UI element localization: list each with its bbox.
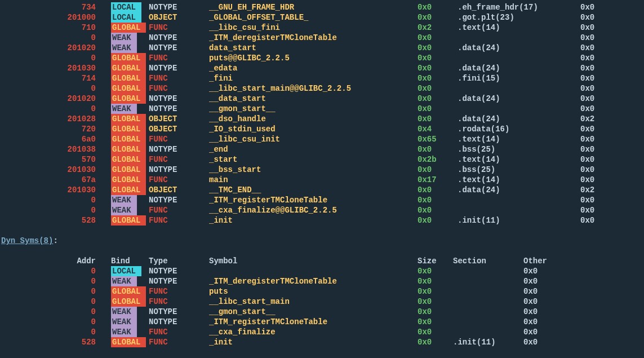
- section-cell: .bss(25): [458, 165, 580, 175]
- other-cell: 0x0: [580, 43, 637, 53]
- type-cell: NOTYPE: [149, 104, 209, 114]
- other-cell: 0x0: [580, 12, 637, 23]
- symbol-cell: _init: [209, 337, 418, 347]
- symbol-cell: __gmon_start__: [209, 307, 418, 317]
- size-cell: 0x0: [418, 114, 458, 124]
- size-cell: 0x2: [418, 23, 458, 33]
- size-cell: 0x0: [418, 104, 458, 114]
- size-cell: 0x0: [418, 144, 458, 154]
- size-cell: 0x0: [418, 43, 458, 53]
- addr-cell: 201020: [0, 94, 111, 104]
- bind-cell: GLOBAL: [111, 63, 149, 73]
- addr-cell: 201038: [0, 144, 111, 154]
- section-cell: .data(24): [458, 185, 580, 195]
- bind-cell: GLOBAL: [111, 83, 149, 94]
- bind-cell: GLOBAL: [111, 185, 149, 195]
- size-cell: 0x0: [418, 327, 453, 337]
- size-cell: 0x0: [418, 195, 458, 205]
- bind-cell: WEAK: [111, 33, 149, 43]
- addr-cell: 0: [0, 205, 111, 215]
- bind-cell: GLOBAL: [111, 114, 149, 124]
- bind-cell: GLOBAL: [111, 154, 149, 165]
- bind-cell: WEAK: [111, 327, 149, 337]
- type-cell: NOTYPE: [149, 33, 209, 43]
- size-cell: 0x4: [418, 124, 458, 134]
- table-row: 0WEAKFUNC__cxa_finalize@@GLIBC_2.2.50x00…: [0, 205, 644, 215]
- type-cell: NOTYPE: [149, 276, 209, 286]
- addr-cell: 0: [0, 83, 111, 94]
- type-cell: NOTYPE: [149, 307, 209, 317]
- size-cell: 0x0: [418, 185, 458, 195]
- addr-cell: 0: [0, 33, 111, 43]
- addr-cell: 201028: [0, 114, 111, 124]
- table-row: 0LOCALNOTYPE0x00x0: [0, 266, 644, 276]
- addr-cell: 0: [0, 266, 111, 276]
- symbol-cell: __cxa_finalize: [209, 327, 418, 337]
- symbol-cell: data_start: [209, 43, 418, 53]
- type-cell: NOTYPE: [149, 266, 209, 276]
- table-row: 201030GLOBALNOTYPE__bss_start0x0.bss(25)…: [0, 165, 644, 175]
- other-cell: 0x0: [580, 33, 637, 43]
- section-cell: .bss(25): [458, 144, 580, 154]
- other-cell: 0x0: [580, 94, 637, 104]
- table-row: 0WEAKNOTYPE_ITM_deregisterTMCloneTable0x…: [0, 276, 644, 286]
- addr-cell: 0: [0, 286, 111, 297]
- bind-cell: GLOBAL: [111, 94, 149, 104]
- table-header: AddrBindTypeSymbolSizeSectionOther: [0, 256, 644, 266]
- addr-cell: 734: [0, 2, 111, 12]
- table-row: 0GLOBALFUNC__libc_start_main0x00x0: [0, 297, 644, 307]
- type-cell: OBJECT: [149, 124, 209, 134]
- header-type: Type: [149, 256, 209, 266]
- type-cell: OBJECT: [149, 185, 209, 195]
- addr-cell: 714: [0, 73, 111, 83]
- symbol-cell: _fini: [209, 73, 418, 83]
- symbol-cell: main: [209, 175, 418, 185]
- size-cell: 0x0: [418, 205, 458, 215]
- addr-cell: 0: [0, 307, 111, 317]
- size-cell: 0x0: [418, 83, 458, 94]
- table-row: 201020WEAKNOTYPEdata_start0x0.data(24)0x…: [0, 43, 644, 53]
- symbol-cell: __cxa_finalize@@GLIBC_2.2.5: [209, 205, 418, 215]
- other-cell: 0x0: [580, 195, 637, 205]
- other-cell: 0x0: [523, 317, 580, 327]
- table-row: 201020GLOBALNOTYPE__data_start0x0.data(2…: [0, 94, 644, 104]
- other-cell: 0x0: [580, 23, 637, 33]
- addr-cell: 201030: [0, 165, 111, 175]
- section-cell: .text(14): [458, 134, 580, 144]
- header-addr: Addr: [0, 256, 111, 266]
- size-cell: 0x0: [418, 276, 453, 286]
- bind-cell: WEAK: [111, 195, 149, 205]
- bind-cell: GLOBAL: [111, 286, 149, 297]
- other-cell: 0x0: [580, 134, 637, 144]
- size-cell: 0x0: [418, 215, 458, 226]
- section-cell: .eh_frame_hdr(17): [458, 2, 580, 12]
- table-row: 0WEAKNOTYPE_ITM_deregisterTMCloneTable0x…: [0, 33, 644, 43]
- bind-cell: WEAK: [111, 205, 149, 215]
- dyn-syms-link[interactable]: Dyn Syms(8): [0, 236, 53, 246]
- other-cell: 0x0: [580, 63, 637, 73]
- symbol-cell: __libc_csu_fini: [209, 23, 418, 33]
- other-cell: 0x0: [523, 276, 580, 286]
- type-cell: NOTYPE: [149, 43, 209, 53]
- bind-cell: LOCAL: [111, 2, 149, 12]
- bind-cell: GLOBAL: [111, 215, 149, 226]
- size-cell: 0x0: [418, 297, 453, 307]
- addr-cell: 720: [0, 124, 111, 134]
- type-cell: NOTYPE: [149, 2, 209, 12]
- table-row: 528GLOBALFUNC_init0x0.init(11)0x0: [0, 215, 644, 226]
- addr-cell: 201000: [0, 12, 111, 23]
- addr-cell: 6a0: [0, 134, 111, 144]
- bind-cell: LOCAL: [111, 266, 149, 276]
- addr-cell: 0: [0, 195, 111, 205]
- addr-cell: 201020: [0, 43, 111, 53]
- section-cell: .got.plt(23): [458, 12, 580, 23]
- header-section: Section: [453, 256, 523, 266]
- addr-cell: 0: [0, 317, 111, 327]
- size-cell: 0x0: [418, 2, 458, 12]
- size-cell: 0x0: [418, 33, 458, 43]
- table-row: 0WEAKFUNC__cxa_finalize0x00x0: [0, 327, 644, 337]
- table-row: 0GLOBALFUNC__libc_start_main@@GLIBC_2.2.…: [0, 83, 644, 94]
- symbol-cell: _edata: [209, 63, 418, 73]
- table-row: 0WEAKNOTYPE_ITM_registerTMCloneTable0x00…: [0, 195, 644, 205]
- table-row: 714GLOBALFUNC_fini0x0.fini(15)0x0: [0, 73, 644, 83]
